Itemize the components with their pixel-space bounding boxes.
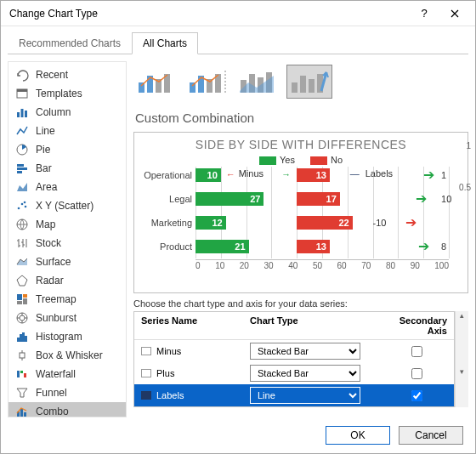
treemap-icon bbox=[15, 292, 29, 306]
svg-rect-44 bbox=[292, 82, 298, 93]
svg-rect-14 bbox=[17, 294, 22, 300]
sidebar-item-label: Sunburst bbox=[36, 312, 76, 324]
cancel-button[interactable]: Cancel bbox=[399, 426, 463, 445]
svg-rect-46 bbox=[309, 79, 314, 93]
ok-button[interactable]: OK bbox=[326, 426, 390, 445]
sidebar-item-column[interactable]: Column bbox=[8, 103, 126, 122]
svg-rect-24 bbox=[20, 353, 25, 358]
chart-type-select-plus[interactable]: Stacked Bar bbox=[250, 365, 360, 382]
sidebar-item-templates[interactable]: Templates bbox=[8, 84, 126, 103]
x-axis: 0102030405060708090100 bbox=[196, 259, 449, 270]
column-icon bbox=[15, 105, 29, 119]
arrow-right-icon: ➔ bbox=[416, 192, 427, 206]
svg-rect-8 bbox=[17, 171, 22, 173]
sidebar-item-map[interactable]: Map bbox=[8, 215, 126, 234]
secondary-axis: 1 0.5 bbox=[459, 141, 471, 192]
tab-all-charts[interactable]: All Charts bbox=[132, 32, 198, 54]
svg-rect-25 bbox=[17, 371, 20, 377]
sidebar-item-label: Pie bbox=[36, 144, 50, 156]
sidebar-item-combo[interactable]: Combo bbox=[8, 402, 126, 417]
sidebar-item-label: Area bbox=[36, 181, 57, 193]
sidebar-item-sunburst[interactable]: Sunburst bbox=[8, 309, 126, 327]
svg-rect-2 bbox=[17, 112, 20, 117]
combo-style-1[interactable] bbox=[133, 65, 179, 99]
stock-icon bbox=[15, 236, 29, 250]
chart-type-select-labels[interactable]: Line bbox=[250, 387, 360, 404]
svg-rect-4 bbox=[25, 111, 27, 117]
tab-recommended[interactable]: Recommended Charts bbox=[8, 32, 132, 54]
svg-rect-3 bbox=[21, 109, 24, 117]
combo-style-3[interactable] bbox=[235, 65, 281, 99]
titlebar: Change Chart Type ? bbox=[1, 1, 475, 26]
window-title: Change Chart Type bbox=[9, 8, 409, 20]
chart-type-select-minus[interactable]: Stacked Bar bbox=[250, 343, 360, 360]
chart-type-sidebar: Recent Templates Column Line Pie Bar Are… bbox=[8, 61, 127, 417]
sidebar-item-label: Bar bbox=[36, 162, 52, 174]
series-row-minus[interactable]: Minus Stacked Bar bbox=[134, 340, 454, 362]
secondary-axis-checkbox-plus[interactable] bbox=[411, 368, 422, 379]
sidebar-item-label: Waterfall bbox=[36, 368, 76, 380]
sidebar-item-label: Treemap bbox=[36, 293, 76, 305]
sidebar-item-label: Stock bbox=[36, 237, 61, 249]
svg-rect-30 bbox=[24, 412, 26, 417]
secondary-axis-checkbox-labels[interactable] bbox=[411, 390, 422, 401]
sidebar-item-label: Map bbox=[36, 218, 55, 230]
secondary-axis-checkbox-minus[interactable] bbox=[411, 346, 422, 357]
col-secondary-axis: Secondary Axis bbox=[379, 312, 454, 340]
sidebar-item-funnel[interactable]: Funnel bbox=[8, 383, 126, 402]
area-icon bbox=[15, 180, 29, 194]
sidebar-item-waterfall[interactable]: Waterfall bbox=[8, 365, 126, 383]
sidebar-item-pie[interactable]: Pie bbox=[8, 140, 126, 159]
svg-point-12 bbox=[24, 201, 26, 204]
sidebar-item-stock[interactable]: Stock bbox=[8, 234, 126, 253]
sidebar-item-treemap[interactable]: Treemap bbox=[8, 290, 126, 309]
sunburst-icon bbox=[15, 311, 29, 325]
sidebar-item-surface[interactable]: Surface bbox=[8, 253, 126, 271]
sidebar-item-label: Recent bbox=[36, 69, 68, 81]
svg-rect-20 bbox=[17, 338, 20, 342]
series-row-labels[interactable]: Labels Line bbox=[134, 384, 454, 406]
sidebar-item-label: Histogram bbox=[36, 331, 82, 343]
sidebar-item-label: Line bbox=[36, 125, 55, 137]
sidebar-item-line[interactable]: Line bbox=[8, 122, 126, 140]
svg-rect-7 bbox=[17, 167, 27, 170]
chart-preview[interactable]: SIDE BY SIDE WITH DIFFERENCES Yes No ← M… bbox=[133, 132, 468, 293]
sidebar-item-radar[interactable]: Radar bbox=[8, 271, 126, 290]
sidebar-item-area[interactable]: Area bbox=[8, 178, 126, 196]
pie-icon bbox=[15, 143, 29, 156]
combo-style-custom[interactable] bbox=[286, 65, 332, 99]
sidebar-item-label: Combo bbox=[36, 406, 69, 417]
sidebar-item-recent[interactable]: Recent bbox=[8, 65, 126, 84]
line-icon bbox=[15, 124, 29, 138]
close-button[interactable] bbox=[439, 2, 470, 26]
sidebar-item-histogram[interactable]: Histogram bbox=[8, 327, 126, 346]
sidebar-item-boxwhisker[interactable]: Box & Whisker bbox=[8, 346, 126, 365]
svg-rect-26 bbox=[20, 371, 23, 373]
sidebar-item-scatter[interactable]: X Y (Scatter) bbox=[8, 196, 126, 215]
combo-style-2[interactable] bbox=[184, 65, 230, 99]
dialog-buttons: OK Cancel bbox=[1, 417, 475, 453]
close-icon bbox=[450, 9, 459, 18]
series-row-plus[interactable]: Plus Stacked Bar bbox=[134, 362, 454, 384]
templates-icon bbox=[15, 87, 29, 100]
chart-area: ← Minus → — Labels Operational 10 13 ➔ 1… bbox=[196, 167, 449, 270]
recent-icon bbox=[15, 68, 29, 82]
boxwhisker-icon bbox=[15, 349, 29, 362]
help-button[interactable]: ? bbox=[409, 2, 439, 26]
sidebar-item-label: Surface bbox=[36, 256, 71, 268]
svg-rect-6 bbox=[17, 164, 24, 167]
arrow-right-icon: ➔ bbox=[418, 240, 429, 253]
sidebar-item-bar[interactable]: Bar bbox=[8, 159, 126, 178]
svg-rect-1 bbox=[17, 89, 27, 92]
combo-icon bbox=[15, 405, 29, 417]
svg-rect-23 bbox=[25, 336, 27, 342]
series-prompt: Choose the chart type and axis for your … bbox=[133, 293, 468, 311]
series-scrollbar[interactable]: ▴ ▾ bbox=[455, 311, 468, 407]
chart-legend: Yes No bbox=[141, 155, 461, 165]
svg-rect-16 bbox=[23, 298, 27, 304]
bar-icon bbox=[15, 162, 29, 175]
chart-title: SIDE BY SIDE WITH DIFFERENCES bbox=[141, 138, 461, 151]
svg-point-9 bbox=[18, 207, 20, 210]
combo-style-row bbox=[133, 61, 468, 109]
map-icon bbox=[15, 218, 29, 231]
